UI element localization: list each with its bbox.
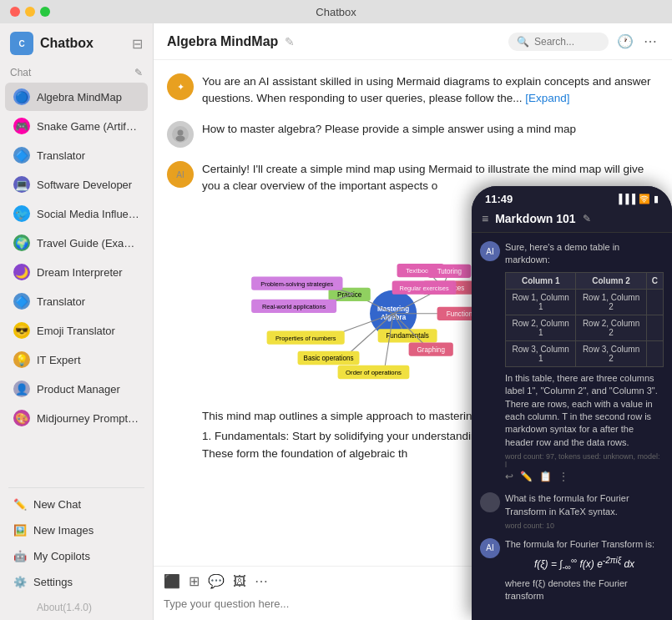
sidebar-item-label: My Copilots (33, 550, 90, 562)
table-cell (646, 289, 663, 315)
sidebar-item-my-copilots[interactable]: 🤖 My Copilots (5, 544, 148, 568)
phone-overlay: 11:49 ▐▐▐ 🛜 ▮ ≡ Markdown 101 ✎ AI Sure, … (472, 186, 672, 620)
new-chat-icon[interactable]: ✎ (134, 67, 143, 78)
phone-ai-message-1: AI Sure, here's a demo table in markdown… (480, 241, 664, 484)
chat-section-header: Chat ✎ (0, 63, 153, 82)
new-chat-icon: ✏️ (13, 498, 27, 511)
table-header-3: C (646, 272, 663, 289)
more-options-button[interactable]: ⋯ (642, 32, 659, 51)
svg-point-5 (178, 129, 184, 135)
phone-ai-message-content: Sure, here's a demo table in markdown: C… (505, 241, 664, 484)
sidebar-item-label: Social Media Influencer (E... (37, 208, 139, 220)
sidebar-item-new-chat[interactable]: ✏️ New Chat (5, 492, 148, 517)
more-tools-button[interactable]: ⋯ (255, 573, 268, 589)
sidebar-item-snake-game[interactable]: 🎮 Snake Game (Artifact Exa... (5, 112, 148, 140)
close-button[interactable] (10, 7, 20, 17)
sidebar-item-it-expert[interactable]: 💡 IT Expert (5, 345, 148, 374)
sidebar-item-label: Dream Interpreter (37, 266, 123, 279)
phone-ai-avatar-2: AI (480, 538, 500, 558)
sidebar-divider (8, 487, 144, 488)
sidebar-item-icon: 💡 (13, 351, 30, 368)
sidebar-item-social-media-influencer[interactable]: 🐦 Social Media Influencer (E... (5, 199, 148, 228)
ai-avatar-2: AI (167, 161, 194, 188)
sidebar-item-icon: 💻 (13, 176, 30, 193)
table-cell: Row 2, Column 1 (506, 315, 576, 340)
sidebar-item-travel-guide[interactable]: 🌍 Travel Guide (Example) (5, 229, 148, 257)
sidebar-item-icon: 🔷 (13, 293, 30, 310)
svg-text:Fundamentals: Fundamentals (386, 332, 428, 340)
table-cell (646, 315, 663, 340)
sidebar-item-icon: 🎮 (13, 118, 30, 134)
expand-link[interactable]: [Expand] (525, 92, 569, 104)
sidebar-item-translator2[interactable]: 🔷 Translator (5, 287, 148, 315)
camera-button[interactable]: ⬛ (164, 573, 180, 589)
system-message-row: ✦ You are an AI assistant skilled in usi… (167, 73, 659, 108)
sidebar-item-software-developer[interactable]: 💻 Software Developer (5, 170, 148, 199)
battery-icon: ▮ (654, 194, 659, 204)
svg-text:Graphing: Graphing (417, 346, 444, 354)
sidebar-item-about[interactable]: About(1.4.0) (5, 596, 148, 619)
sidebar-item-icon: 🌙 (13, 264, 30, 280)
sidebar-item-new-images[interactable]: 🖼️ New Images (5, 518, 148, 542)
sidebar-item-icon: 😎 (13, 322, 30, 339)
titlebar-title: Chatbox (316, 6, 356, 18)
sidebar-item-icon: 🔵 (13, 88, 30, 105)
sidebar-item-product-manager[interactable]: 👤 Product Manager (5, 375, 148, 403)
svg-text:Basic operations: Basic operations (303, 355, 353, 362)
sidebar-item-emoji-translator[interactable]: 😎 Emoji Translator (5, 316, 148, 345)
comment-button[interactable]: 💬 (208, 573, 225, 589)
phone-edit-icon[interactable]: ✎ (583, 213, 591, 224)
phone-table: Column 1 Column 2 C Row 1, Column 1 Row … (505, 272, 664, 367)
system-message-content: You are an AI assistant skilled in using… (202, 73, 659, 108)
phone-more-icon[interactable]: ⋮ (558, 471, 568, 482)
phone-chat-title: Markdown 101 (495, 212, 575, 225)
sidebar-item-midjourney-prompt[interactable]: 🎨 Midjourney Prompt Gener... (5, 404, 148, 432)
sidebar-item-label: Travel Guide (Example) (37, 237, 139, 250)
sidebar-collapse-button[interactable]: ⊟ (132, 36, 143, 52)
crop-button[interactable]: ⊞ (189, 573, 200, 589)
mindmap-container: Mastering Algebra Fundamentals Propertie… (202, 201, 486, 401)
svg-text:AI: AI (176, 170, 184, 179)
svg-text:Order of operations: Order of operations (346, 369, 402, 376)
sidebar-item-icon: 🌍 (13, 234, 30, 251)
table-cell: Row 2, Column 2 (576, 315, 646, 340)
phone-ai-formula-content: The formula for Fourier Transform is: f(… (505, 538, 664, 603)
table-header-2: Column 2 (576, 272, 646, 289)
phone-word-count-1: word count: 97, tokens used: unknown, mo… (505, 452, 664, 469)
phone-undo-icon[interactable]: ↩ (505, 471, 513, 482)
image-button[interactable]: 🖼 (233, 573, 246, 589)
main-content: Algebra MindMap ✎ 🔍 🕐 ⋯ ✦ You are an AI … (154, 23, 672, 620)
sidebar-item-settings[interactable]: ⚙️ Settings (5, 570, 148, 594)
history-button[interactable]: 🕐 (615, 32, 635, 51)
phone-user-text-1: What is the formula for Fourier Transfor… (505, 492, 664, 518)
search-input[interactable] (534, 36, 601, 48)
phone-ai-avatar: AI (480, 241, 500, 261)
window-controls (10, 7, 50, 17)
sidebar-item-icon: 🎨 (13, 410, 30, 426)
search-box[interactable]: 🔍 (508, 33, 609, 51)
sidebar-item-icon: 🔷 (13, 147, 30, 164)
phone-menu-icon[interactable]: ≡ (482, 212, 488, 225)
sidebar-item-label: Midjourney Prompt Gener... (37, 412, 139, 425)
maximize-button[interactable] (40, 7, 50, 17)
svg-text:✦: ✦ (177, 82, 184, 92)
header-actions: 🔍 🕐 ⋯ (508, 32, 659, 51)
sidebar-item-label: Algebra MindMap (37, 91, 122, 103)
sidebar-item-algebra-mindmap[interactable]: 🔵 Algebra MindMap (5, 83, 148, 111)
sidebar-item-dream-interpreter[interactable]: 🌙 Dream Interpreter (5, 258, 148, 286)
sidebar-item-label: New Chat (33, 498, 81, 511)
minimize-button[interactable] (25, 7, 35, 17)
sidebar-item-label: Settings (33, 576, 73, 588)
table-cell (646, 340, 663, 366)
sidebar-item-icon: 🐦 (13, 205, 30, 222)
table-cell: Row 1, Column 1 (506, 289, 576, 315)
edit-title-icon[interactable]: ✎ (285, 35, 295, 48)
sidebar-item-icon: 👤 (13, 381, 30, 397)
phone-formula-note: where f(ξ) denotes the Fourier transform (505, 577, 664, 603)
svg-text:Real-world applications: Real-world applications (262, 303, 326, 310)
phone-header: ≡ Markdown 101 ✎ (472, 209, 672, 233)
phone-edit-action-icon[interactable]: ✏️ (520, 471, 533, 482)
mindmap-center-label: Mastering (377, 305, 409, 313)
phone-copy-icon[interactable]: 📋 (539, 471, 552, 482)
sidebar-item-translator[interactable]: 🔷 Translator (5, 141, 148, 169)
